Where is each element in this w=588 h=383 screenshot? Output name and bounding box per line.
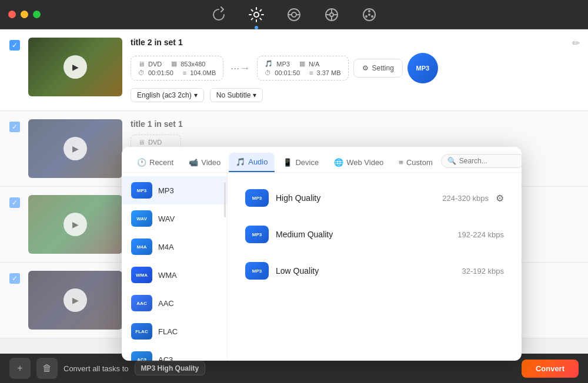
disc-icon[interactable]: [322, 5, 342, 25]
output-extra-1: N/A: [309, 61, 319, 68]
search-icon: 🔍: [447, 157, 456, 165]
ac3-badge: AC3: [131, 351, 152, 361]
medium-quality-bitrate: 192-224 kbps: [457, 230, 504, 239]
source-format-2: DVD: [148, 139, 162, 146]
main-content: ✓ ▶ title 2 in set 1 🖥 DVD ▦ 853x480 ⏱ 0…: [0, 29, 588, 383]
wma-badge: WMA: [131, 267, 152, 283]
lq-badge: MP3: [245, 262, 269, 280]
source-format-1: DVD: [148, 61, 162, 68]
nav-icons: [209, 5, 379, 25]
high-quality-label: High Quality: [276, 193, 435, 203]
format-dropdown: 🕐 Recent 📹 Video 🎵 Audio 📱 Device 🌐 Web …: [122, 147, 522, 361]
mq-badge: MP3: [245, 226, 269, 243]
out-size-icon: ≡: [309, 69, 313, 76]
format-item-wma[interactable]: WMA WMA: [122, 261, 227, 289]
settings-icon[interactable]: [246, 5, 266, 25]
medium-quality-label: Medium Quality: [276, 230, 450, 239]
thumbnail-1: ▶: [28, 38, 122, 96]
out-clock-icon: ⏱: [265, 69, 271, 76]
quality-item-high[interactable]: MP3 High Quality 224-320 kbps ⚙: [233, 181, 516, 215]
video-meta-row-1: 🖥 DVD ▦ 853x480 ⏱ 00:01:50 ≡ 104.0MB ···…: [131, 53, 579, 83]
output-duration-1: 00:01:50: [275, 69, 300, 76]
mp3-badge: MP3: [131, 182, 152, 199]
tab-audio[interactable]: 🎵 Audio: [229, 153, 275, 172]
custom-tab-icon: ≡: [399, 158, 403, 167]
format-item-m4a[interactable]: M4A M4A: [122, 233, 227, 261]
video-tab-icon: 📹: [189, 158, 198, 167]
svg-point-0: [254, 12, 259, 17]
audio-tab-icon: 🎵: [236, 157, 245, 166]
delete-button[interactable]: 🗑: [36, 358, 58, 379]
close-button[interactable]: [8, 11, 16, 18]
m4a-badge: M4A: [131, 238, 152, 255]
low-quality-label: Low Quality: [276, 266, 455, 276]
thumbnail-4: ▶: [28, 271, 122, 330]
output-meta-1: 🎵 MP3 ▦ N/A ⏱ 00:01:50 ≡ 3.37 MB: [257, 56, 348, 80]
format-item-aac[interactable]: AAC AAC: [122, 289, 227, 317]
checkbox-4[interactable]: ✓: [9, 273, 20, 284]
svg-point-6: [330, 13, 333, 16]
thumbnail-3: ▶: [28, 195, 122, 254]
web-tab-icon: 🌐: [334, 158, 343, 167]
svg-point-14: [365, 15, 368, 18]
tab-video[interactable]: 📹 Video: [182, 153, 228, 172]
checkbox-2[interactable]: ✓: [9, 122, 20, 132]
checkbox-3[interactable]: ✓: [9, 197, 20, 208]
video-item-1: ✓ ▶ title 2 in set 1 🖥 DVD ▦ 853x480 ⏱ 0…: [0, 29, 588, 111]
subtitle-select-1[interactable]: No Subtitle ▾: [210, 88, 263, 102]
format-tag[interactable]: MP3 High Quality: [135, 361, 206, 375]
tab-web-video[interactable]: 🌐 Web Video: [327, 153, 390, 172]
format-item-wav[interactable]: WAV WAV: [122, 204, 227, 233]
add-button[interactable]: +: [9, 358, 31, 379]
video-controls-1: English (ac3 2ch) ▾ No Subtitle ▾: [131, 88, 579, 102]
svg-point-13: [368, 10, 370, 12]
play-button-2[interactable]: ▶: [64, 137, 87, 160]
format-item-mp3[interactable]: MP3 MP3: [122, 176, 227, 204]
format-item-ac3[interactable]: AC3 AC3: [122, 345, 227, 361]
format-icon: 🎵: [265, 60, 273, 68]
wav-badge: WAV: [131, 210, 152, 227]
titlebar-buttons: [8, 11, 41, 18]
quality-item-medium[interactable]: MP3 Medium Quality 192-224 kbps: [233, 217, 516, 251]
chevron-down-icon: ▾: [194, 91, 198, 99]
minimize-button[interactable]: [21, 11, 28, 18]
flac-badge: FLAC: [131, 323, 152, 340]
format-search-box[interactable]: 🔍: [441, 154, 522, 168]
film-icon[interactable]: [284, 5, 304, 25]
extra-icon: ▦: [299, 60, 305, 68]
edit-icon-1[interactable]: ✏: [572, 38, 580, 49]
audio-select-1[interactable]: English (ac3 2ch) ▾: [131, 88, 204, 102]
rotate-icon[interactable]: [209, 5, 229, 25]
play-button-1[interactable]: ▶: [64, 55, 87, 79]
tab-recent[interactable]: 🕐 Recent: [130, 153, 181, 172]
thumbnail-2: ▶: [28, 119, 122, 178]
tab-device[interactable]: 📱 Device: [276, 153, 326, 172]
quality-item-low[interactable]: MP3 Low Quality 32-192 kbps: [233, 254, 516, 288]
tab-custom[interactable]: ≡ Custom: [392, 153, 439, 172]
device-tab-icon: 📱: [283, 158, 292, 167]
resolution-icon: ▦: [171, 60, 177, 68]
recent-icon: 🕐: [137, 158, 146, 167]
svg-point-2: [292, 12, 296, 17]
hq-badge: MP3: [245, 189, 269, 207]
aac-badge: AAC: [131, 295, 152, 311]
maximize-button[interactable]: [33, 11, 41, 18]
svg-point-15: [371, 15, 373, 18]
high-quality-gear-icon[interactable]: ⚙: [496, 193, 504, 204]
checkbox-1[interactable]: ✓: [9, 40, 20, 51]
arrow-icon-1: ···→: [230, 62, 250, 75]
setting-button-1[interactable]: ⚙ Setting: [353, 59, 403, 78]
svg-point-12: [368, 14, 370, 16]
gear-icon: ⚙: [362, 64, 369, 72]
source-size-1: 104.0MB: [190, 69, 216, 76]
format-badge-1: MP3: [407, 53, 438, 83]
format-search-input[interactable]: [459, 157, 518, 165]
video-info-1: title 2 in set 1 🖥 DVD ▦ 853x480 ⏱ 00:01…: [131, 38, 579, 102]
play-button-4[interactable]: ▶: [64, 288, 87, 312]
convert-button[interactable]: Convert: [522, 360, 579, 378]
play-button-3[interactable]: ▶: [64, 213, 87, 236]
low-quality-bitrate: 32-192 kbps: [462, 267, 504, 276]
format-item-flac[interactable]: FLAC FLAC: [122, 317, 227, 345]
chevron-down-icon-2: ▾: [253, 91, 256, 99]
reel-icon[interactable]: [359, 5, 379, 25]
